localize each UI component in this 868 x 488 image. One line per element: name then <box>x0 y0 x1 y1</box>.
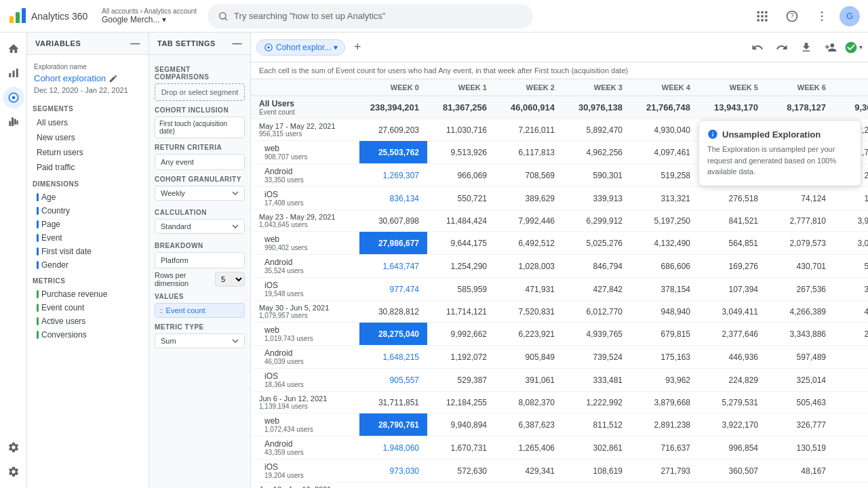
table-header-row: WEEK 0 WEEK 1 WEEK 2 WEEK 3 WEEK 4 WEEK … <box>251 79 868 96</box>
table-row-week-group-2: May 30 - Jun 5, 20211,079,957 users30,82… <box>251 301 868 323</box>
breadcrumb-property[interactable]: Google Merch... ▾ <box>102 15 197 24</box>
tab-label: Cohort explor... <box>276 43 331 52</box>
search-bar[interactable]: Try searching "how to set up Analytics" <box>208 4 533 28</box>
download-icon <box>800 41 812 54</box>
undo-icon <box>751 41 764 54</box>
home-icon <box>7 43 20 55</box>
explore-tab-icon <box>264 43 273 52</box>
metric-type-select[interactable]: Sum <box>155 333 245 348</box>
dimensions-section-label: DIMENSIONS <box>33 180 143 188</box>
table-row-platform-2-1: Android46,039 users1,648,2151,192,072905… <box>251 346 868 369</box>
metric-active-users[interactable]: Active users <box>33 314 143 328</box>
calculation-label: CALCULATION <box>155 209 245 216</box>
col-header-week4: WEEK 4 <box>631 79 698 96</box>
calculation-select[interactable]: Standard <box>155 219 245 234</box>
redo-icon <box>776 41 788 54</box>
dimension-first-visit-date[interactable]: First visit date <box>33 245 143 258</box>
tab-settings-panel-title: Tab Settings <box>157 39 216 47</box>
exploration-name-value[interactable]: Cohort exploration <box>33 72 143 85</box>
apps-icon-btn[interactable] <box>750 4 774 28</box>
segment-drop-zone[interactable]: Drop or select segment <box>155 83 245 101</box>
data-table-wrapper[interactable]: WEEK 0 WEEK 1 WEEK 2 WEEK 3 WEEK 4 WEEK … <box>251 79 868 488</box>
save-caret-icon: ▾ <box>859 43 863 51</box>
search-icon <box>218 11 229 22</box>
nav-advertising-btn[interactable] <box>3 111 24 133</box>
date-range: Dec 12, 2020 - Jan 22, 2021 <box>33 85 143 100</box>
svg-point-23 <box>12 96 15 100</box>
save-status[interactable]: ▾ <box>844 41 863 54</box>
table-row-platform-1-1: Android35,524 users1,643,7471,254,2901,0… <box>251 255 868 278</box>
segment-new-users[interactable]: New users <box>33 130 143 145</box>
svg-point-18 <box>821 19 823 21</box>
dimension-page[interactable]: Page <box>33 218 143 231</box>
segment-return-users[interactable]: Return users <box>33 145 143 160</box>
nav-reports-btn[interactable] <box>3 62 24 84</box>
svg-rect-9 <box>761 15 763 17</box>
variables-panel-title: Variables <box>35 39 81 47</box>
metric-event-count[interactable]: Event count <box>33 301 143 314</box>
person-add-icon <box>825 41 837 54</box>
svg-rect-0 <box>9 16 14 23</box>
col-header-week2: WEEK 2 <box>495 79 563 96</box>
col-header-week6: WEEK 6 <box>766 79 834 96</box>
breakdown-input[interactable]: Platform <box>155 252 245 268</box>
more-icon-btn[interactable] <box>810 4 834 28</box>
svg-point-17 <box>821 15 823 17</box>
table-row-week-group-4: Jun 13 - Jun 19, 20211,066,405 users30,3… <box>251 483 868 489</box>
dimension-age[interactable]: Age <box>33 190 143 204</box>
metrics-section-label: METRICS <box>33 277 143 285</box>
add-tab-btn[interactable]: + <box>348 38 367 57</box>
svg-rect-5 <box>757 11 760 13</box>
dimension-event[interactable]: Event <box>33 231 143 245</box>
tab-settings-panel-close-btn[interactable]: — <box>233 38 243 49</box>
nav-configure-btn[interactable] <box>3 436 24 458</box>
user-avatar[interactable]: G <box>840 6 860 26</box>
settings-icon <box>7 466 20 478</box>
col-header-week7 <box>834 79 868 96</box>
nav-settings-btn[interactable] <box>3 461 24 483</box>
more-vert-icon <box>815 9 829 23</box>
svg-point-16 <box>821 11 823 13</box>
cohort-inclusion-label: COHORT INCLUSION <box>155 106 245 114</box>
cohort-inclusion-input[interactable]: First touch (acquisition date) <box>155 117 245 138</box>
tab-settings-panel-body: SEGMENT COMPARISONS Drop or select segme… <box>149 55 250 488</box>
return-criteria-input[interactable]: Any event <box>155 154 245 170</box>
help-icon-btn[interactable]: ? <box>780 4 804 28</box>
table-row-platform-2-0: web1,019,743 users28,275,0409,992,6626,2… <box>251 323 868 346</box>
value-chip-event-count[interactable]: :: Event count <box>155 303 245 318</box>
dimension-gender[interactable]: Gender <box>33 258 143 272</box>
segments-section-label: SEGMENTS <box>33 105 143 113</box>
svg-rect-19 <box>9 73 11 77</box>
apps-icon <box>755 9 769 23</box>
metric-conversions[interactable]: Conversions <box>33 328 143 342</box>
nav-explore-btn[interactable] <box>3 87 24 108</box>
dimension-country[interactable]: Country <box>33 204 143 218</box>
undo-btn[interactable] <box>747 37 768 58</box>
cohort-granularity-label: COHORT GRANULARITY <box>155 176 245 183</box>
svg-point-25 <box>267 46 270 49</box>
data-info-text: Each cell is the sum of Event count for … <box>259 66 628 75</box>
main-container: Variables — Exploration name Cohort expl… <box>27 33 868 488</box>
svg-rect-13 <box>765 19 767 21</box>
segment-all-users[interactable]: All users <box>33 115 143 130</box>
download-btn[interactable] <box>795 37 817 58</box>
segment-paid-traffic[interactable]: Paid traffic <box>33 160 143 175</box>
svg-rect-21 <box>16 68 18 77</box>
return-criteria-label: RETURN CRITERIA <box>155 144 245 151</box>
nav-home-btn[interactable] <box>3 38 24 60</box>
cohort-granularity-select[interactable]: Weekly <box>155 186 245 201</box>
redo-btn[interactable] <box>771 37 793 58</box>
cohort-exploration-tab[interactable]: Cohort explor... ▾ <box>256 39 345 56</box>
explore-icon <box>7 92 20 104</box>
tab-settings-panel-header: Tab Settings — <box>149 33 250 55</box>
tooltip-title: Unsampled Exploration <box>707 129 852 140</box>
top-navigation: Analytics 360 All accounts › Analytics a… <box>0 0 868 33</box>
table-row-platform-1-2: iOS19,548 users977,474585,959471,931427,… <box>251 278 868 301</box>
share-users-btn[interactable] <box>820 37 842 58</box>
table-row-platform-2-2: iOS18,364 users905,557529,387391,061333,… <box>251 369 868 392</box>
variables-panel-close-btn[interactable]: — <box>131 38 141 49</box>
rows-per-dimension-select[interactable]: 5 <box>215 272 245 287</box>
svg-rect-10 <box>765 15 767 17</box>
col-header-week5: WEEK 5 <box>698 79 766 96</box>
metric-purchase-revenue[interactable]: Purchase revenue <box>33 287 143 301</box>
